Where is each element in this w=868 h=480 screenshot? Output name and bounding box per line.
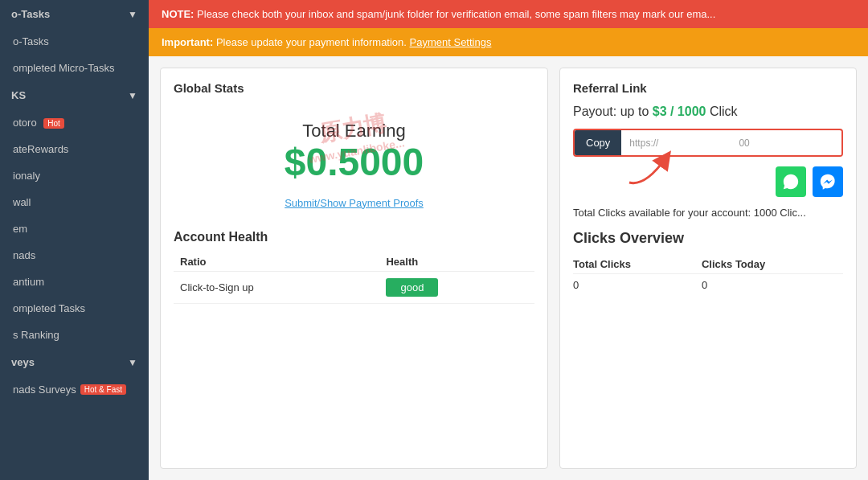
total-earning-value: $0.5000 [174, 142, 534, 184]
sidebar-item-otoro[interactable]: otoro Hot [0, 109, 149, 136]
right-panel: Referral Link Payout: up to $3 / 1000 Cl… [559, 68, 857, 469]
sidebar-item-completed-micro-tasks[interactable]: ompleted Micro-Tasks [0, 55, 149, 81]
sidebar-item-completed-tasks[interactable]: ompleted Tasks [0, 295, 149, 322]
sidebar-item-micro-tasks[interactable]: o-Tasks [0, 28, 149, 55]
total-clicks-info: Total Clicks available for your account:… [573, 207, 843, 219]
sidebar: o-Tasks ▼ o-Tasks ompleted Micro-Tasks K… [0, 0, 149, 480]
health-col-health: Health [379, 252, 534, 272]
global-stats-title: Global Stats [174, 81, 534, 95]
sidebar-section-ks-label: KS [11, 89, 26, 101]
clicks-col-today: Clicks Today [702, 255, 843, 274]
main-content: NOTE: Please check both your inbox and s… [149, 0, 868, 480]
sidebar-item-em[interactable]: em [0, 215, 149, 242]
referral-link-title: Referral Link [573, 81, 843, 95]
clicks-table-row: 0 0 [573, 274, 843, 297]
payment-settings-link[interactable]: Payment Settings [410, 36, 492, 48]
health-col-ratio: Ratio [174, 252, 379, 272]
health-row-ratio: Click-to-Sign up [174, 271, 379, 303]
clicks-table: Total Clicks Clicks Today 0 0 [573, 255, 843, 296]
sidebar-item-nads[interactable]: nads [0, 242, 149, 269]
good-badge: good [386, 278, 438, 297]
sidebar-item-tionaly[interactable]: ionaly [0, 162, 149, 189]
sidebar-section-ks[interactable]: KS ▼ [0, 81, 149, 109]
sidebar-section-label: o-Tasks [11, 8, 50, 20]
sidebar-item-nads-surveys[interactable]: nads Surveys Hot & Fast [0, 376, 149, 403]
total-earning-label: Total Earning [174, 121, 534, 142]
sidebar-section-micro-tasks[interactable]: o-Tasks ▼ [0, 0, 149, 28]
hot-fast-badge: Hot & Fast [80, 384, 126, 395]
sidebar-item-s-ranking[interactable]: s Ranking [0, 322, 149, 348]
payout-amount: $3 / 1000 [653, 105, 706, 118]
content-area: Global Stats 原力博 www.yuanliboke... Total… [149, 56, 868, 480]
referral-input-wrapper: Copy [573, 129, 843, 166]
whatsapp-share-button[interactable] [776, 166, 806, 197]
account-health-title: Account Health [174, 230, 534, 244]
clicks-col-total: Total Clicks [573, 255, 702, 274]
clicks-today-value: 0 [702, 274, 843, 297]
copy-button[interactable]: Copy [575, 130, 621, 155]
health-table: Ratio Health Click-to-Sign up good [174, 252, 534, 304]
referral-url-input[interactable] [621, 131, 841, 155]
alert-important-text: Please update your payment information. [216, 36, 410, 48]
verification-alert-bar: NOTE: Please check both your inbox and s… [149, 0, 868, 28]
clicks-overview-title: Clicks Overview [573, 230, 843, 247]
clicks-total-value: 0 [573, 274, 702, 297]
health-table-row: Click-to-Sign up good [174, 271, 534, 303]
sidebar-item-aterewards[interactable]: ateRewards [0, 136, 149, 162]
sidebar-item-wall[interactable]: wall [0, 189, 149, 215]
account-health-section: Account Health Ratio Health Click-to-Sig… [174, 230, 534, 304]
sidebar-section-surveys-label: veys [11, 356, 35, 368]
chevron-down-icon-2: ▼ [128, 90, 137, 101]
alert-note-label: NOTE: [162, 8, 194, 20]
left-panel: Global Stats 原力博 www.yuanliboke... Total… [160, 68, 548, 469]
sidebar-item-antium[interactable]: antium [0, 269, 149, 295]
referral-input-row: Copy [573, 129, 843, 157]
alert-important-label: Important: [162, 36, 213, 48]
payout-label: Payout: up to $3 / 1000 Click [573, 105, 843, 119]
hot-badge: Hot [43, 118, 64, 129]
payment-alert-bar: Important: Please update your payment in… [149, 28, 868, 56]
total-earning-section: 原力博 www.yuanliboke... Total Earning $0.5… [174, 105, 534, 192]
sidebar-section-surveys[interactable]: veys ▼ [0, 348, 149, 376]
chevron-down-icon-3: ▼ [128, 357, 137, 368]
alert-note-text: Please check both your inbox and spam/ju… [197, 8, 715, 20]
health-row-health: good [379, 271, 534, 303]
messenger-share-button[interactable] [813, 166, 843, 197]
share-buttons-row [573, 166, 843, 197]
chevron-down-icon: ▼ [128, 9, 137, 20]
submit-payment-proofs-link[interactable]: Submit/Show Payment Proofs [174, 197, 534, 209]
